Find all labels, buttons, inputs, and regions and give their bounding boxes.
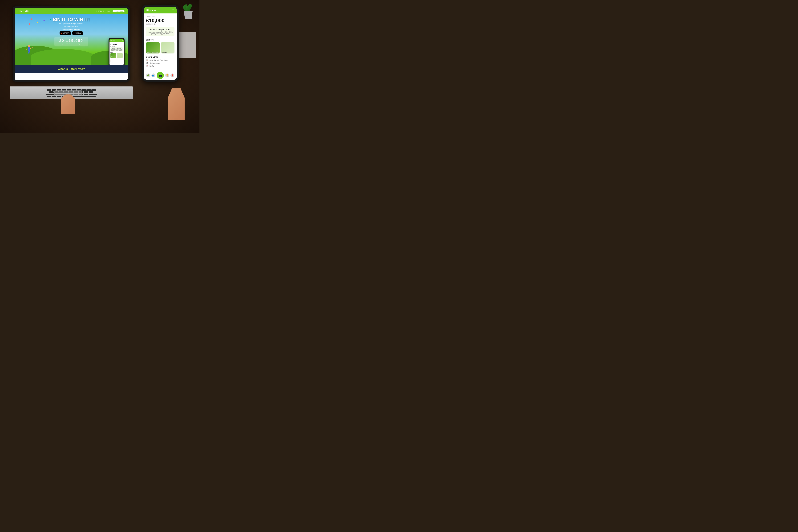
nav-icon-people[interactable]: 👥 [151,74,155,77]
laptop: litterlotto FAQs Blog Work with Us BIN I… [13,6,138,99]
large-phone-image-2: Top Tips [161,42,174,54]
phone-prize-amount: £10,000 [111,43,122,46]
phone-logo-small: litterlotto [111,40,115,41]
large-phone-content: Prize Fund £10,000 21 days to go +1,000'… [144,14,177,70]
phone-link-2: 💬 Contact Support [111,61,122,61]
large-phone-menu-icon[interactable]: ☰ [172,8,174,12]
key-k[interactable] [84,91,88,93]
large-phone-image-1: What is LitterLotto? [146,42,159,54]
hero-subtitle-2: just for binning litter! [64,26,78,27]
large-phone-link-draw[interactable]: 📋 Draw Rules & Procedures [146,59,174,61]
large-phone-bottom-nav: 🌿 👥 📷 🏆 ❓ [144,71,177,80]
google-play-button[interactable]: ▶ GET IT ON Google Play [72,31,83,35]
phone-inner-screen: litterlotto ☰ Prize Fund £10,000 21 days… [110,39,124,65]
store-buttons: 🍎 Download on the App Store ▶ GET IT ON … [60,31,83,35]
nav-faqs-button[interactable]: FAQs [97,10,104,12]
phone-img1-label: What is LitterLotto? [111,56,116,57]
large-phone-useful-label: Useful Links [146,56,174,58]
faq-icon: ❓ [111,62,111,62]
draw-rules-link-icon: 📋 [146,59,148,61]
key-shift[interactable] [45,94,54,95]
nav-icon-trophy[interactable]: 🏆 [165,74,169,77]
nav-blog-button[interactable]: Blog [105,10,111,12]
key-a[interactable] [49,91,54,93]
contact-support-icon: 💬 [111,61,111,61]
hero-section: BIN IT TO WIN IT! Win Spot Prizes & huge… [15,14,128,65]
svg-line-4 [28,51,29,54]
svg-line-2 [26,49,28,50]
large-phone-spot-title: +1,000's of spot prizes [148,28,173,31]
key-shift-right[interactable] [89,94,97,95]
google-play-label: GET IT ON Google Play [75,32,81,34]
confetti-3 [43,20,45,22]
phone-spot-prizes: +1,000's of spot prizes Instant spot pri… [111,48,122,51]
logo-text: litterlotto [18,10,30,12]
what-is-litterlotto-heading: What is LitterLotto? [58,68,85,71]
phone-image-1: What is LitterLotto? [111,53,116,58]
phone-menu-icon: ☰ [122,40,122,41]
confetti-1 [31,18,32,20]
large-phone-img1-label: What is LitterLotto? [147,51,159,53]
phone-useful-links-label: Useful Links [111,58,122,59]
phone-content: Prize Fund £10,000 21 days to go +1,000'… [110,42,124,63]
notebook [177,32,196,58]
nav-links: FAQs Blog Work with Us [97,10,125,12]
large-phone-link-faq[interactable]: ❓ FAQ's [146,65,174,67]
svg-line-5 [30,51,30,54]
nav-work-with-us-button[interactable]: Work with Us [113,10,125,12]
large-phone: litterlotto ☰ Prize Fund £10,000 21 days… [142,5,179,82]
website-bottom-section: What is LitterLotto? [15,65,128,73]
app-store-label: Download on the App Store [63,32,69,34]
large-phone-prize-label: Prize Fund [146,16,174,18]
faq-link-icon: ❓ [146,65,148,67]
key-fn[interactable] [47,96,51,97]
key-m[interactable] [84,94,88,95]
contact-support-link-text: Contact Support [150,62,161,64]
counter-number: 20,115,050 [59,39,83,43]
phone-img2-label: Top Tips [117,57,120,57]
svg-line-3 [31,48,32,49]
large-phone-img2-label: Top Tips [162,51,167,53]
phone-in-laptop-screen: litterlotto ☰ Prize Fund £10,000 21 days… [109,38,125,65]
large-phone-prize-amount: £10,000 [146,18,174,23]
phone-nav-bar: litterlotto ☰ [110,39,124,42]
website-navbar: litterlotto FAQs Blog Work with Us [15,8,128,14]
svg-point-0 [28,45,31,48]
phone-link-1: 📋 Draw Rules & Procedures [111,60,122,60]
hero-subtitle-1: Win Spot Prizes & huge Jackpots, [59,23,83,24]
key-l[interactable] [89,91,93,93]
key-i[interactable] [81,89,86,91]
hero-title: BIN IT TO WIN IT! [53,17,90,22]
faq-link-text: FAQ's [150,65,154,67]
key-o[interactable] [87,89,91,91]
character-illustration [24,44,34,57]
large-phone-link-support[interactable]: 💬 Contact Support [146,62,174,64]
hill-2 [31,49,95,65]
nav-icon-leaf[interactable]: 🌿 [146,74,150,77]
svg-rect-1 [28,48,31,51]
confetti-5 [50,19,51,20]
phone-days: 21 days to go [111,46,122,47]
nav-icon-camera[interactable]: 📷 [157,72,164,79]
nav-icon-question[interactable]: ❓ [170,74,174,77]
key-p[interactable] [91,89,96,91]
plant-pot [182,3,195,19]
large-phone-screen: litterlotto ☰ Prize Fund £10,000 21 days… [144,7,177,80]
laptop-screen: litterlotto FAQs Blog Work with Us BIN I… [15,8,128,80]
phone-explore-label: Explore [111,52,122,53]
confetti-2 [37,22,38,23]
draw-rules-link-text: Draw Rules & Procedures [150,59,168,61]
phone-image-2: Top Tips [117,53,123,58]
large-phone-logo: litterlotto [146,9,156,12]
confetti-4 [29,23,30,25]
website-logo: litterlotto [18,10,30,12]
large-phone-explore-images: What is LitterLotto? Top Tips [146,42,174,54]
app-store-button[interactable]: 🍎 Download on the App Store [60,31,71,35]
pot-body [184,11,193,19]
play-icon: ▶ [74,33,75,34]
large-phone-spot-prizes: +1,000's of spot prizes Instant spot pri… [146,27,174,36]
key-q[interactable] [47,89,51,91]
large-phone-navbar: litterlotto ☰ [144,7,177,14]
key-option-right[interactable] [91,96,96,97]
apple-icon: 🍎 [61,33,62,34]
